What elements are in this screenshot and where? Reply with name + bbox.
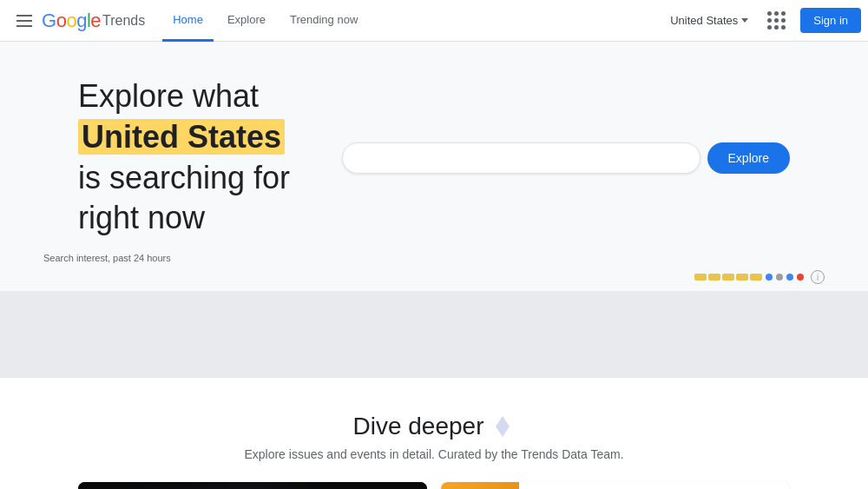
apps-button[interactable]: [759, 3, 793, 38]
map-section: [0, 291, 868, 378]
nav-home[interactable]: Home: [162, 0, 214, 42]
card-large-space[interactable]: [78, 482, 427, 489]
dive-deeper-section: Dive deeper Explore issues and events in…: [0, 378, 868, 489]
hero-text: Explore what United States is searching …: [78, 76, 290, 239]
header-right: United States Sign in: [667, 3, 861, 38]
chevron-down-icon: [741, 18, 748, 23]
search-input[interactable]: [357, 150, 685, 166]
cards-container: Honoring Asian and Pasifika Ancestry Mon…: [43, 482, 825, 489]
hero-search-area: Explore: [342, 142, 790, 174]
dive-deeper-subtitle: Explore issues and events in detail. Cur…: [0, 447, 868, 461]
header: Google Trends Home Explore Trending now …: [0, 0, 868, 42]
explore-button[interactable]: Explore: [707, 142, 790, 174]
hero-line2: is searching for: [78, 160, 290, 195]
chart-section: Search interest, past 24 hours i: [0, 239, 868, 291]
logo-trends-text: Trends: [102, 13, 145, 29]
chart-info-button[interactable]: i: [811, 270, 825, 284]
right-cards: Honoring Asian and Pasifika Ancestry Mon…: [441, 482, 790, 489]
diamond-icon: [490, 414, 515, 439]
card-large-image: [78, 482, 427, 489]
chart-bar-4: [736, 274, 748, 281]
chart-dot-gray: [776, 274, 783, 281]
logo[interactable]: Google Trends: [42, 10, 145, 32]
chart-bar-3: [722, 274, 734, 281]
card-asian-month-image: [441, 482, 519, 489]
sign-in-button[interactable]: Sign in: [800, 8, 861, 33]
main-nav: Home Explore Trending now: [162, 0, 667, 42]
chart-dot-blue: [766, 274, 773, 281]
apps-grid-icon: [767, 11, 786, 30]
dive-deeper-title: Dive deeper: [0, 413, 868, 440]
chart-bar-5: [750, 274, 762, 281]
hero-highlight: United States: [78, 119, 285, 155]
hero-line1: Explore what: [78, 78, 259, 114]
chart-bar-2: [708, 274, 720, 281]
card-asian-month-content: Honoring Asian and Pasifika Ancestry Mon…: [519, 482, 790, 489]
nav-trending[interactable]: Trending now: [279, 0, 368, 42]
search-box: [342, 142, 700, 174]
menu-button[interactable]: [7, 3, 42, 38]
chart-bar-1: [694, 274, 707, 281]
chart-controls: i: [43, 270, 825, 291]
chart-label: Search interest, past 24 hours: [43, 253, 825, 263]
region-label: United States: [670, 14, 738, 27]
hero-title: Explore what United States is searching …: [78, 76, 290, 239]
chart-bars: [694, 274, 762, 281]
svg-marker-0: [496, 416, 510, 437]
hero-line3: right now: [78, 200, 205, 235]
logo-google-text: Google: [42, 10, 101, 32]
nav-explore[interactable]: Explore: [217, 0, 276, 42]
chart-dot-red: [797, 274, 804, 281]
card-asian-month[interactable]: Honoring Asian and Pasifika Ancestry Mon…: [441, 482, 790, 489]
chart-dot-blue2: [786, 274, 793, 281]
dive-deeper-title-text: Dive deeper: [353, 413, 484, 440]
region-selector[interactable]: United States: [667, 14, 752, 27]
hero-section: Explore what United States is searching …: [0, 42, 868, 291]
chart-label-text: Search interest, past 24 hours: [43, 253, 171, 263]
